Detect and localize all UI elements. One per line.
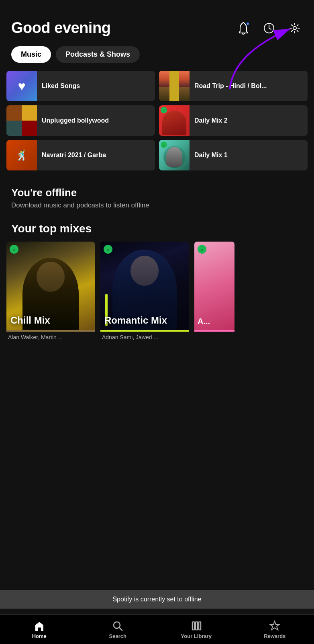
heart-icon: ♥ xyxy=(18,79,26,94)
search-icon xyxy=(112,620,123,632)
mixes-row: ♪ Chill Mix Alan Walker, Martin ... ♪ Ro… xyxy=(0,242,314,347)
nav-home[interactable]: Home xyxy=(0,615,79,644)
offline-message: Spotify is currently set to offline xyxy=(112,596,201,603)
rewards-icon xyxy=(269,620,280,632)
home-icon xyxy=(34,620,45,632)
navratri-figures-icon: 🕺 xyxy=(15,149,28,162)
spotify-logo-romantic: ♪ xyxy=(104,245,112,254)
spotify-badge: ♪ xyxy=(161,107,167,113)
svg-rect-4 xyxy=(192,622,194,630)
liked-songs-label: Liked Songs xyxy=(37,79,85,94)
library-icon xyxy=(191,620,202,632)
header-icons xyxy=(235,20,303,36)
unplugged-label: Unplugged bollywood xyxy=(37,113,114,128)
history-icon[interactable] xyxy=(261,20,277,36)
romantic-mix-label: Romantic Mix xyxy=(104,315,167,326)
third-mix-accent-bar xyxy=(194,330,234,332)
romantic-mix-card[interactable]: ♪ Romantic Mix Adnan Sami, Jawed ... xyxy=(100,242,189,340)
grid-item-liked-songs[interactable]: ♥ Liked Songs xyxy=(6,71,155,101)
spotify-badge-mix1: ♪ xyxy=(161,142,167,148)
filter-tabs: Music Podcasts & Shows xyxy=(0,43,314,71)
daily-mix1-thumb: ♪ xyxy=(159,140,190,170)
chill-mix-card[interactable]: ♪ Chill Mix Alan Walker, Martin ... xyxy=(6,242,95,340)
chill-mix-image: ♪ Chill Mix xyxy=(6,242,95,330)
chill-mix-subtitle: Alan Walker, Martin ... xyxy=(6,334,95,340)
romantic-mix-accent-bar xyxy=(100,330,189,332)
settings-icon[interactable] xyxy=(287,20,303,36)
notification-dot xyxy=(246,22,250,26)
top-mixes-title: Your top mixes xyxy=(0,213,314,242)
daily-mix2-thumb: ♪ xyxy=(159,105,190,136)
grid-item-daily-mix-2[interactable]: ♪ Daily Mix 2 xyxy=(159,105,308,136)
playlist-grid: ♥ Liked Songs Road Trip - Hindi / Bol...… xyxy=(0,71,314,170)
tab-music[interactable]: Music xyxy=(11,46,51,63)
tab-podcasts[interactable]: Podcasts & Shows xyxy=(56,46,140,63)
nav-rewards-label: Rewards xyxy=(264,633,285,639)
grid-item-navratri[interactable]: 🕺 Navratri 2021 / Garba xyxy=(6,140,155,170)
header: Good evening xyxy=(0,0,314,43)
greeting: Good evening xyxy=(11,19,110,37)
offline-title: You're offline xyxy=(11,187,303,199)
spotify-logo-chill: ♪ xyxy=(10,245,18,254)
svg-rect-5 xyxy=(196,622,198,630)
nav-library-label: Your Library xyxy=(181,633,212,639)
grid-item-daily-mix-1[interactable]: ♪ Daily Mix 1 xyxy=(159,140,308,170)
nav-library[interactable]: Your Library xyxy=(157,615,236,644)
svg-rect-6 xyxy=(199,622,201,630)
daily-mix1-label: Daily Mix 1 xyxy=(190,148,232,163)
third-mix-card[interactable]: ♪ A... xyxy=(194,242,234,340)
chill-mix-accent-bar xyxy=(6,330,95,332)
offline-section: You're offline Download music and podcas… xyxy=(0,175,314,213)
romantic-mix-subtitle: Adnan Sami, Jawed ... xyxy=(100,334,189,340)
grid-item-road-trip[interactable]: Road Trip - Hindi / Bol... xyxy=(159,71,308,101)
third-mix-image: ♪ A... xyxy=(194,242,234,330)
spotify-logo-third: ♪ xyxy=(198,245,206,254)
navratri-thumb: 🕺 xyxy=(6,140,37,170)
offline-subtitle: Download music and podcasts to listen of… xyxy=(11,201,303,209)
notification-icon[interactable] xyxy=(235,20,251,36)
bottom-nav: Home Search Your Library Rewards xyxy=(0,614,314,644)
unplugged-thumb xyxy=(6,105,37,136)
nav-home-label: Home xyxy=(32,633,47,639)
grid-item-unplugged[interactable]: Unplugged bollywood xyxy=(6,105,155,136)
nav-rewards[interactable]: Rewards xyxy=(236,615,314,644)
chill-mix-label: Chill Mix xyxy=(10,315,50,326)
nav-search-label: Search xyxy=(109,633,126,639)
daily-mix2-label: Daily Mix 2 xyxy=(190,113,232,128)
third-mix-label: A... xyxy=(198,317,210,326)
svg-point-1 xyxy=(293,27,296,30)
svg-marker-7 xyxy=(270,621,279,630)
navratri-label: Navratri 2021 / Garba xyxy=(37,148,111,163)
offline-bottom-bar: Spotify is currently set to offline xyxy=(0,590,314,609)
road-trip-label: Road Trip - Hindi / Bol... xyxy=(190,79,271,94)
nav-search[interactable]: Search xyxy=(79,615,157,644)
road-trip-thumb xyxy=(159,71,190,101)
liked-songs-thumb: ♥ xyxy=(6,71,37,101)
romantic-mix-image: ♪ Romantic Mix xyxy=(100,242,189,330)
